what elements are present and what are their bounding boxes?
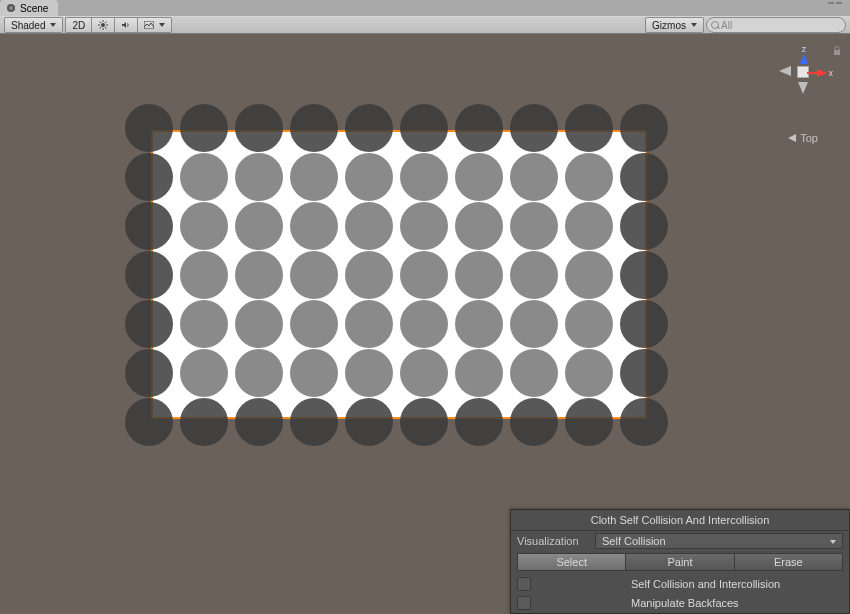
cloth-particle[interactable] [235,349,283,397]
cloth-particle[interactable] [235,104,283,152]
cloth-particle[interactable] [180,398,228,446]
scene-tab-label: Scene [20,3,48,14]
backfaces-checkbox[interactable] [517,596,531,610]
lock-icon[interactable] [832,46,842,56]
cloth-particle[interactable] [455,104,503,152]
axis-widget[interactable]: z x [773,42,833,102]
cloth-particle[interactable] [345,153,393,201]
mode-paint[interactable]: Paint [626,553,734,571]
cloth-particle[interactable] [565,398,613,446]
cloth-particle[interactable] [620,349,668,397]
cloth-particle[interactable] [400,153,448,201]
cloth-particle[interactable] [235,300,283,348]
cloth-particle[interactable] [290,398,338,446]
2d-toggle[interactable]: 2D [65,17,91,33]
cloth-particle[interactable] [455,349,503,397]
cloth-particle[interactable] [400,349,448,397]
cloth-particle[interactable] [180,251,228,299]
lighting-toggle[interactable] [91,17,114,33]
cloth-particle[interactable] [565,349,613,397]
cloth-particle[interactable] [455,251,503,299]
cloth-particle[interactable] [180,300,228,348]
cloth-particle[interactable] [290,251,338,299]
audio-icon [121,20,131,30]
cloth-particle[interactable] [510,251,558,299]
cloth-particle[interactable] [290,202,338,250]
cloth-particle[interactable] [125,300,173,348]
self-collision-checkbox[interactable] [517,577,531,591]
cloth-particle[interactable] [345,104,393,152]
cloth-particle[interactable] [400,300,448,348]
mode-select[interactable]: Select [517,553,626,571]
cloth-particle[interactable] [620,251,668,299]
cloth-particle[interactable] [510,349,558,397]
cloth-particle[interactable] [125,349,173,397]
cloth-particle[interactable] [125,251,173,299]
cloth-particle[interactable] [565,300,613,348]
cloth-particle[interactable] [455,300,503,348]
cloth-particle[interactable] [455,202,503,250]
cloth-particle[interactable] [290,349,338,397]
cloth-particle[interactable] [290,300,338,348]
cloth-particle[interactable] [180,104,228,152]
cloth-particle[interactable] [345,398,393,446]
scene-tab[interactable]: Scene [0,0,58,16]
cloth-particle[interactable] [235,202,283,250]
mode-erase[interactable]: Erase [735,553,843,571]
cloth-particle[interactable] [235,153,283,201]
cloth-particle[interactable] [345,349,393,397]
cloth-particle[interactable] [235,251,283,299]
cloth-particle[interactable] [345,202,393,250]
cloth-particle[interactable] [290,104,338,152]
fx-dropdown[interactable] [137,17,172,33]
cloth-particle[interactable] [125,153,173,201]
cloth-particle[interactable] [510,300,558,348]
cloth-particle[interactable] [620,398,668,446]
axis-neg-z[interactable] [798,82,808,94]
cloth-particle[interactable] [125,202,173,250]
cloth-particle[interactable] [180,153,228,201]
shaded-dropdown[interactable]: Shaded [4,17,63,33]
svg-point-1 [9,6,13,10]
cloth-particle[interactable] [400,104,448,152]
cloth-particle[interactable] [620,202,668,250]
cloth-particles[interactable] [125,104,673,444]
cloth-particle[interactable] [235,398,283,446]
cloth-particle[interactable] [565,104,613,152]
cloth-particle[interactable] [125,104,173,152]
cloth-particle[interactable] [510,398,558,446]
cloth-particle[interactable] [510,202,558,250]
search-input[interactable]: All [706,17,846,33]
panel-menu-icon[interactable] [828,2,846,12]
svg-line-10 [105,22,107,24]
audio-toggle[interactable] [114,17,137,33]
cloth-particle[interactable] [125,398,173,446]
cloth-particle[interactable] [620,153,668,201]
cloth-particle[interactable] [180,202,228,250]
cloth-particle[interactable] [510,153,558,201]
cloth-particle[interactable] [455,153,503,201]
projection-toggle[interactable]: Top [788,132,818,144]
cloth-particle[interactable] [345,300,393,348]
cloth-particle[interactable] [510,104,558,152]
axis-x[interactable]: x [807,68,834,78]
cloth-particle[interactable] [180,349,228,397]
gizmos-dropdown[interactable]: Gizmos [645,17,704,33]
sun-icon [98,20,108,30]
cloth-particle[interactable] [620,104,668,152]
cloth-particle[interactable] [565,153,613,201]
orientation-gizmo[interactable]: z x Top [768,42,838,152]
scene-viewport[interactable]: z x Top Cloth Self Collision And Interco… [0,34,850,614]
cloth-particle[interactable] [400,202,448,250]
cloth-particle[interactable] [620,300,668,348]
cloth-particle[interactable] [345,251,393,299]
cloth-particle[interactable] [400,251,448,299]
cloth-particle[interactable] [455,398,503,446]
cloth-particle[interactable] [565,202,613,250]
axis-neg-x[interactable] [779,66,791,76]
cloth-particle[interactable] [290,153,338,201]
cloth-particle[interactable] [565,251,613,299]
cloth-particle[interactable] [400,398,448,446]
visualization-dropdown[interactable]: Self Collision [595,533,843,549]
panel-title: Cloth Self Collision And Intercollision [511,510,849,531]
